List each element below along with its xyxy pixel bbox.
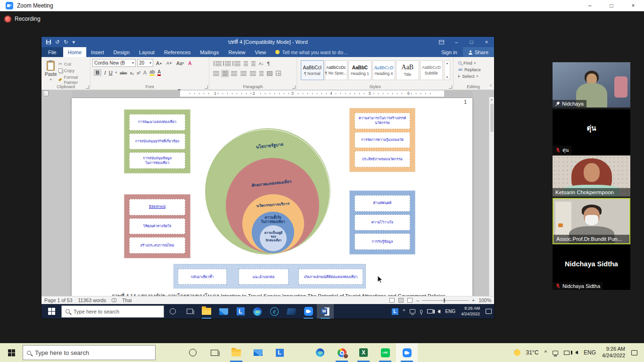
zoom-slider-track[interactable] [422, 300, 469, 301]
paragraph-dialog-launcher[interactable] [292, 85, 296, 89]
italic-button[interactable]: I [104, 70, 106, 75]
styles-scroll-up-icon[interactable]: ▲ [446, 62, 449, 65]
collapse-ribbon-icon[interactable]: ^ [490, 84, 492, 89]
clock[interactable]: 9:26 AM4/24/2022 [599, 346, 628, 359]
taskbar-search-box[interactable]: Type here to search [61, 305, 164, 318]
format-painter-button[interactable]: Format Painter [58, 74, 88, 85]
microphone-tray-button[interactable] [418, 304, 425, 319]
cortana-button[interactable] [182, 343, 204, 362]
blue-app-button[interactable] [283, 304, 300, 319]
zoom-app-button[interactable] [396, 343, 418, 362]
volume-tray-button[interactable] [435, 304, 443, 319]
tablet-mode-button[interactable] [407, 304, 418, 319]
indent-marker[interactable] [177, 91, 182, 96]
tab-view[interactable]: View [250, 47, 271, 57]
start-button[interactable] [0, 343, 23, 362]
l-app-button[interactable]: L [269, 343, 290, 362]
tell-me-box[interactable]: Tell me what you want to do... [275, 47, 347, 57]
tab-review[interactable]: Review [224, 47, 250, 57]
weather-button[interactable] [511, 343, 523, 362]
file-explorer-button[interactable] [225, 343, 247, 362]
paste-button[interactable]: Paste ▾ [43, 59, 58, 83]
styles-dialog-launcher[interactable] [449, 85, 452, 89]
print-layout-icon[interactable] [398, 298, 404, 303]
bold-button[interactable]: B [94, 69, 101, 76]
word-close-button[interactable]: × [479, 37, 494, 47]
shrink-font-button[interactable]: A▼ [165, 59, 173, 67]
change-case-button[interactable]: Aa▾ [175, 59, 185, 67]
file-explorer-button[interactable] [198, 304, 215, 319]
tab-file[interactable]: File [41, 47, 63, 57]
word-minimize-button[interactable]: – [449, 37, 464, 47]
participant-tile-nidchaya[interactable]: Nidchaya [553, 62, 630, 107]
status-page[interactable]: Page 1 of 53 [44, 297, 73, 303]
superscript-button[interactable]: x² [137, 70, 140, 75]
cortana-button[interactable] [164, 304, 181, 319]
diagram-attraction-panel[interactable]: มีอัตลักษณ์ ให้คุณค่าทางจิตใจ สร้างประสบ… [124, 194, 190, 258]
diagram-government-policy-panel[interactable]: การพัฒนาแหล่งท่องเที่ยว การสนับสนุนธุรกิ… [124, 109, 190, 173]
font-color-button[interactable]: A [157, 69, 161, 76]
tab-stop-selector[interactable]: ∟ [43, 90, 49, 96]
increase-indent-icon[interactable] [251, 61, 256, 66]
zoom-out-icon[interactable]: – [416, 297, 419, 303]
read-mode-icon[interactable] [389, 298, 395, 303]
line-spacing-icon[interactable] [259, 71, 264, 76]
tab-layout[interactable]: Layout [134, 47, 159, 57]
web-layout-icon[interactable] [407, 298, 413, 303]
font-size-combo[interactable]: 20▾ [137, 59, 153, 67]
scrollbar-thumb[interactable] [490, 104, 494, 132]
edge-button[interactable] [249, 304, 266, 319]
qat-customize-icon[interactable]: ▾ [72, 39, 75, 45]
align-right-icon[interactable] [231, 71, 237, 76]
scroll-up-icon[interactable]: ▲ [489, 98, 494, 101]
style-heading1[interactable]: AaBbCHeading 1 [348, 60, 372, 80]
tab-insert[interactable]: Insert [86, 47, 109, 57]
volume-tray-button[interactable] [572, 343, 581, 362]
zoom-app-button[interactable] [300, 304, 317, 319]
justify-icon[interactable] [240, 71, 247, 76]
diagram-outcome-band[interactable]: กลับมาเที่ยวซ้ำ แนะนำบอกต่อ เกิดภาพลักษณ… [173, 264, 366, 288]
borders-icon[interactable] [276, 71, 281, 76]
diagram-innovation-panel[interactable]: ความสามารถในการสร้างสรรค์ นวัตกรรม การจั… [349, 108, 415, 172]
diagram-intention-panel[interactable]: ด้านทัศนคติ ความไว้วางใจ การรับรู้ข้อมูล [349, 190, 415, 255]
document-page[interactable]: 1 การพัฒนาแหล่งท่องเที่ยว การสนับสนุนธุร… [72, 98, 472, 296]
chrome-button[interactable] [331, 343, 353, 362]
excel-button[interactable]: X [353, 343, 374, 362]
task-view-button[interactable] [181, 304, 198, 319]
align-center-icon[interactable] [223, 71, 228, 76]
internet-explorer-button[interactable]: e [266, 304, 283, 319]
styles-gallery-scroll[interactable]: ▲▼ [444, 60, 450, 80]
mail-button[interactable] [215, 304, 232, 319]
line-button[interactable]: LINE [374, 343, 396, 362]
style-subtitle[interactable]: AaBbCcDSubtitle [420, 60, 443, 80]
zoom-in-icon[interactable]: + [472, 297, 475, 303]
styles-scroll-down-icon[interactable]: ▼ [446, 76, 449, 79]
tab-references[interactable]: References [159, 47, 195, 57]
grow-font-button[interactable]: A▲ [155, 59, 164, 67]
close-button[interactable]: × [622, 0, 644, 11]
multilevel-list-icon[interactable] [234, 61, 240, 66]
undo-icon[interactable]: ↺ [55, 39, 59, 45]
start-button[interactable] [41, 304, 61, 319]
sign-in-button[interactable]: Sign in [436, 49, 463, 55]
underline-button[interactable]: U [109, 70, 113, 75]
horizontal-ruler[interactable]: 1 2 3 4 5 6 [72, 90, 472, 97]
l-app-button[interactable]: L [232, 304, 249, 319]
clock[interactable]: 9:26 AM4/24/2022 [458, 306, 483, 317]
zoom-slider[interactable]: – + [416, 297, 475, 303]
shading-icon[interactable] [267, 71, 272, 76]
participant-tile-bundit[interactable]: Assoc.Prof.Dr.Bundit Pun... [553, 198, 630, 244]
word-app-button[interactable]: W [317, 304, 334, 319]
style-normal[interactable]: AaBbCcI¶ Normal [301, 60, 324, 80]
maximize-button[interactable]: □ [601, 0, 622, 11]
mail-button[interactable] [247, 343, 269, 362]
zoom-level[interactable]: 100% [479, 297, 491, 303]
share-button[interactable]: Share [463, 47, 494, 57]
proofing-icon[interactable] [112, 298, 116, 302]
show-formatting-icon[interactable]: ¶ [267, 61, 270, 66]
action-center-button[interactable] [483, 304, 494, 319]
style-title[interactable]: AaBTitle [396, 60, 419, 80]
line-tray-button[interactable]: L [389, 304, 401, 319]
style-no-spacing[interactable]: AaBbCcDc¶ No Spac... [325, 60, 348, 80]
minimize-button[interactable]: – [579, 0, 601, 11]
